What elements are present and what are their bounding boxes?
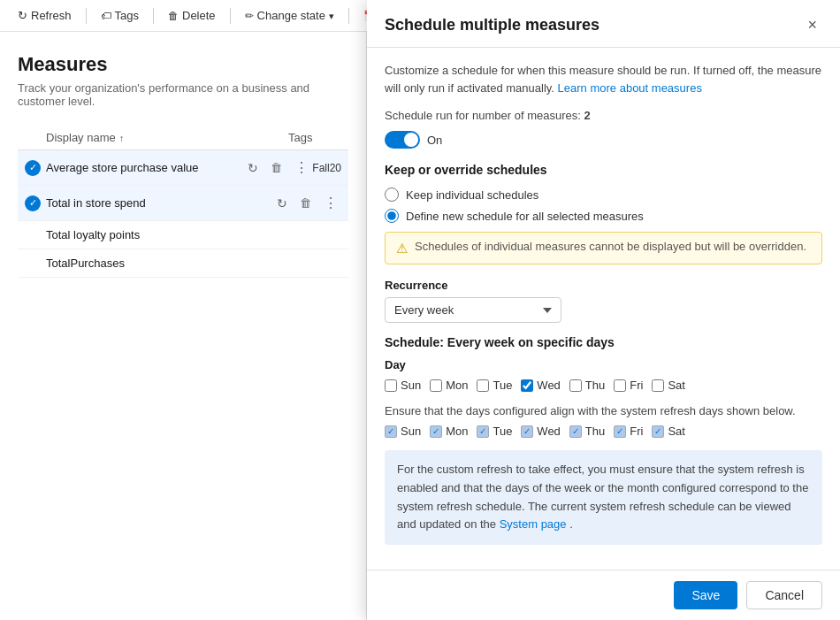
system-refresh-label: Ensure that the days configured align wi… (385, 404, 822, 417)
checkbox-wed[interactable] (521, 379, 533, 392)
radio-define-input[interactable] (385, 209, 399, 223)
system-day-tue: Tue (477, 425, 512, 438)
delete-button[interactable]: Delete (161, 5, 223, 26)
check-circle-2 (25, 195, 41, 211)
day-text-tue: Tue (493, 379, 512, 392)
row-actions-1 (244, 157, 312, 178)
chevron-down-icon (329, 9, 334, 22)
checkbox-sun[interactable] (385, 379, 397, 392)
warning-banner: ⚠ Schedules of individual measures canno… (385, 232, 822, 264)
dialog-header: Schedule multiple measures × (367, 0, 840, 48)
row-delete-icon-2[interactable] (296, 195, 315, 211)
row-tag-1: Fall20 (312, 162, 341, 174)
separator-4 (348, 8, 349, 24)
schedule-subtitle: Schedule: Every week on specific days (385, 335, 822, 349)
refresh-label: Refresh (31, 9, 72, 22)
table-row: Average store purchase value Fall20 (18, 150, 348, 186)
page-title: Measures (18, 53, 348, 76)
day-thu: Thu (569, 379, 605, 392)
checkbox-tue[interactable] (477, 379, 489, 392)
system-day-text-mon: Mon (446, 425, 468, 438)
table-header: Display name Tags (18, 126, 348, 150)
system-day-text-wed: Wed (537, 425, 561, 438)
table-row: Total in store spend (18, 186, 348, 221)
schedule-run-count: 2 (584, 109, 590, 122)
delete-label: Delete (182, 9, 216, 22)
system-checkbox-wed (521, 425, 533, 438)
system-day-fri: Fri (614, 425, 643, 438)
dialog-description: Customize a schedule for when this measu… (385, 62, 822, 96)
system-day-wed: Wed (521, 425, 561, 438)
warning-icon: ⚠ (396, 241, 408, 256)
save-button[interactable]: Save (674, 581, 737, 609)
close-button[interactable]: × (802, 14, 822, 36)
days-row: Sun Mon Tue Wed Thu (385, 379, 822, 392)
day-wed: Wed (521, 379, 561, 392)
tags-label: Tags (115, 9, 139, 22)
system-checkbox-mon (430, 425, 442, 438)
check-circle-1 (25, 160, 41, 176)
page-subtitle: Track your organization's performance on… (18, 81, 348, 108)
row-more-icon-1[interactable] (291, 157, 312, 178)
checkbox-sat[interactable] (652, 379, 664, 392)
row-delete-icon-1[interactable] (267, 159, 286, 176)
row-checkbox-2[interactable] (25, 195, 46, 211)
day-text-wed: Wed (537, 379, 561, 392)
checkbox-mon[interactable] (430, 379, 442, 392)
radio-keep-label: Keep individual schedules (406, 188, 538, 202)
refresh-icon (18, 9, 27, 22)
system-checkbox-fri (614, 425, 626, 438)
checkbox-thu[interactable] (569, 379, 582, 392)
day-sat: Sat (652, 379, 685, 392)
row-name-3: Total loyalty points (46, 228, 140, 241)
row-name-1: Average store purchase value (46, 161, 244, 174)
dialog-body: Customize a schedule for when this measu… (367, 48, 840, 570)
system-day-text-sun: Sun (401, 425, 421, 438)
col-display-name[interactable]: Display name (46, 131, 288, 144)
schedule-dialog: Schedule multiple measures × Customize a… (367, 0, 840, 620)
row-refresh-icon-2[interactable] (273, 195, 291, 212)
system-page-link[interactable]: System page (500, 517, 567, 531)
radio-keep-input[interactable] (385, 188, 399, 202)
change-state-button[interactable]: Change state (238, 5, 341, 26)
system-day-sat: Sat (652, 425, 685, 438)
row-refresh-icon-1[interactable] (244, 159, 262, 177)
system-day-text-sat: Sat (668, 425, 685, 438)
edit-icon (245, 9, 254, 22)
dialog-footer: Save Cancel (367, 570, 840, 620)
warning-text: Schedules of individual measures cannot … (415, 240, 806, 253)
learn-more-link[interactable]: Learn more about measures (558, 81, 702, 95)
info-text-2: . (569, 517, 573, 531)
day-tue: Tue (477, 379, 512, 392)
system-day-text-tue: Tue (493, 425, 512, 438)
system-checkbox-sat (652, 425, 664, 438)
info-text-1: For the custom refresh to take effect, y… (397, 463, 808, 531)
checkbox-fri[interactable] (614, 379, 626, 392)
tags-icon (101, 9, 111, 22)
row-more-icon-2[interactable] (320, 193, 341, 213)
schedule-run-label: Schedule run for number of measures: 2 (385, 109, 822, 122)
day-text-sat: Sat (668, 379, 685, 392)
row-name-2: Total in store spend (46, 196, 273, 210)
schedule-toggle[interactable] (385, 131, 420, 149)
refresh-button[interactable]: Refresh (11, 5, 79, 26)
recurrence-label: Recurrence (385, 279, 822, 292)
row-name-4: TotalPurchases (46, 256, 125, 270)
system-day-text-fri: Fri (630, 425, 643, 438)
recurrence-select[interactable]: Every week Every day Every month (385, 297, 561, 323)
row-checkbox-1[interactable] (25, 160, 46, 176)
day-text-thu: Thu (585, 379, 605, 392)
system-day-text-thu: Thu (585, 425, 605, 438)
table-row: Total loyalty points (18, 221, 348, 249)
delete-icon (168, 9, 179, 22)
tags-button[interactable]: Tags (94, 5, 146, 26)
radio-define[interactable]: Define new schedule for all selected mea… (385, 209, 822, 223)
cancel-button[interactable]: Cancel (746, 581, 822, 609)
system-checkbox-thu (569, 425, 582, 438)
system-day-mon: Mon (430, 425, 468, 438)
left-panel: Measures Track your organization's perfo… (0, 32, 367, 620)
col-tags: Tags (288, 131, 341, 144)
sort-icon (119, 131, 125, 144)
day-text-fri: Fri (630, 379, 643, 392)
radio-keep[interactable]: Keep individual schedules (385, 188, 822, 202)
